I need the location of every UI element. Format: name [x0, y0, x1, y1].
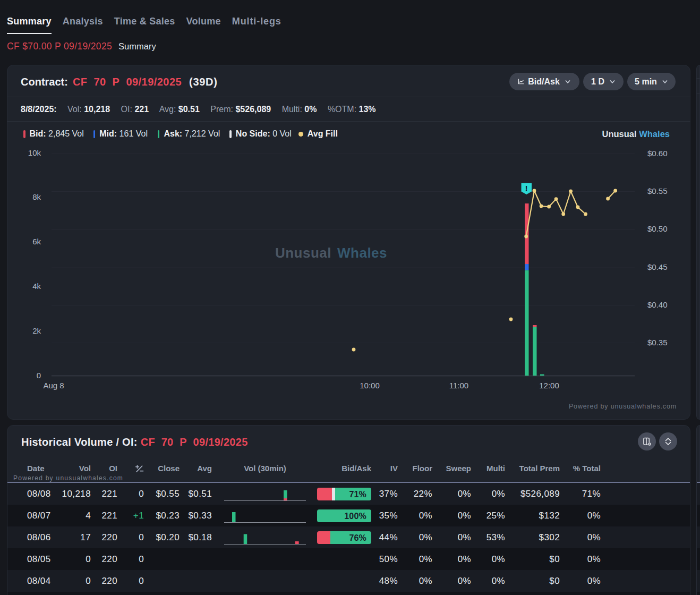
svg-text:$0.40: $0.40 — [647, 300, 668, 309]
svg-text:Whales: Whales — [337, 245, 387, 261]
svg-text:$0.55: $0.55 — [647, 186, 668, 196]
svg-text:4k: 4k — [32, 282, 41, 291]
svg-text:12:00: 12:00 — [539, 381, 559, 390]
svg-text:Unusual: Unusual — [275, 245, 331, 261]
svg-text:6k: 6k — [32, 237, 41, 246]
svg-text:Aug 8: Aug 8 — [43, 381, 64, 390]
svg-text:$0.35: $0.35 — [647, 338, 668, 347]
svg-text:$0.60: $0.60 — [647, 149, 668, 158]
svg-text:11:00: 11:00 — [449, 381, 468, 390]
svg-text:10:00: 10:00 — [360, 381, 380, 390]
svg-text:!: ! — [525, 184, 528, 193]
svg-text:10k: 10k — [28, 148, 41, 157]
svg-text:Powered by unusualwhales.com: Powered by unusualwhales.com — [569, 403, 677, 410]
svg-text:2k: 2k — [32, 326, 41, 335]
svg-text:0: 0 — [37, 371, 41, 380]
svg-text:$0.50: $0.50 — [647, 224, 668, 233]
svg-text:8k: 8k — [32, 192, 41, 201]
svg-text:$0.45: $0.45 — [647, 262, 668, 271]
